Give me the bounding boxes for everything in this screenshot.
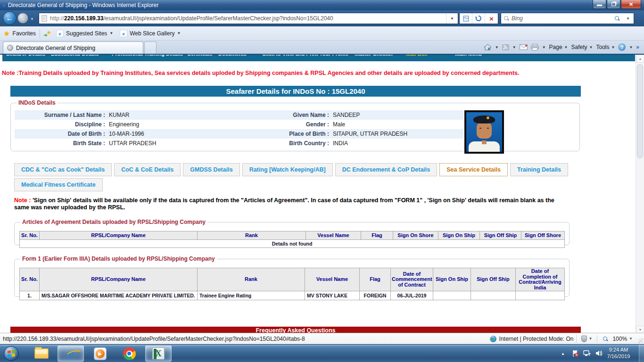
search-go-icon[interactable] [615,16,619,21]
tab-favicon [7,45,13,51]
ie-page-icon: e [56,30,64,37]
rss-feed-icon[interactable] [502,44,509,50]
nav-item-mailbox[interactable]: Mail Box [406,55,427,57]
web-slice-gallery-button[interactable]: e Web Slice Gallery▼ [120,30,181,37]
refresh-button[interactable] [472,13,485,24]
cell-rank: Trainee Engine Rating [198,291,305,300]
restore-button[interactable] [607,0,620,9]
field-value: INDIA [329,140,463,147]
folder-icon [34,348,49,359]
help-dropdown-icon[interactable]: ▼ [629,45,633,49]
search-input[interactable]: Bing ▼ [501,13,634,24]
tab-gmdss[interactable]: GMDSS Details [183,163,239,176]
favorites-button[interactable]: Favorites [13,30,36,37]
home-icon[interactable] [484,44,492,51]
show-desktop-button[interactable] [639,345,644,362]
zoom-control[interactable]: 100% ▼ [600,336,633,342]
add-favorite-icon[interactable]: ★➜ [44,30,51,37]
empty-message: Details not found [20,240,565,248]
cell-completion [516,291,565,300]
url-path: /esamudraUI/jsp/examination/UpdateProfil… [103,15,333,22]
status-bar: http://220.156.189.33/esamudraUI/jsp/exa… [0,333,644,344]
close-button[interactable]: ✕ [621,0,641,9]
indos-row: Surname / Last Name : KUMAR Given Name :… [15,110,463,120]
help-icon[interactable]: ? [618,43,626,51]
detail-tabs-row1: CDC & "CoC as Cook" Details CoC & CoE De… [14,163,568,176]
zone-text: Internet | Protected Mode: On [499,336,574,342]
page-menu-button[interactable]: Page▼ [549,44,568,50]
tab-coc-coe[interactable]: CoC & CoE Details [114,163,181,176]
nav-item[interactable]: Certificate [187,55,213,57]
smartscreen-button[interactable]: ▼ [581,336,592,342]
address-bar: ← → ▼ http://220.156.189.33/esamudraUI/j… [0,10,644,26]
nav-item[interactable]: Professional Training Details [112,55,183,57]
address-input[interactable]: http://220.156.189.33/esamudraUI/jsp/exa… [39,13,458,24]
network-icon[interactable] [583,350,591,357]
zoom-icon [603,337,608,341]
show-hidden-icons[interactable]: ▲ [561,352,565,356]
page-title: Seafarer Details for INDoS No : 15GL2040 [10,86,581,97]
search-dropdown-icon[interactable]: ▼ [626,16,630,21]
field-label: Surname / Last Name : [15,112,105,118]
tab-title: Directorate General of Shipping [16,45,95,51]
zoom-dropdown-icon[interactable]: ▼ [629,337,633,341]
field-value: Engineering [105,121,239,128]
browser-tab[interactable]: Directorate General of Shipping [3,41,143,54]
column-header: Sign Off Ship [480,231,521,240]
safety-menu-button[interactable]: Safety▼ [571,44,593,50]
nav-item[interactable]: Seafarer Details [6,55,45,57]
tab-rating[interactable]: Rating [Watch Keeping/AB] [242,163,333,176]
taskbar-chrome-button[interactable] [116,346,142,362]
nav-item[interactable]: Master Checker [355,55,393,57]
overflow-chevron-icon[interactable]: » [636,44,639,50]
table-row: 1. M/S.SAGAR OFFSHORE MARITIME ACADEMY P… [20,291,565,300]
tab-sea-service-active[interactable]: Sea Service Details [439,163,508,176]
window-title: Directorate General of Shipping - Window… [8,2,158,8]
history-dropdown-icon[interactable]: ▼ [30,17,34,21]
taskbar-explorer-button[interactable] [28,346,55,362]
address-dropdown-icon[interactable]: ▼ [446,13,458,24]
compatibility-view-button[interactable] [460,13,472,24]
field-label: Place of Birth : [239,131,329,137]
resize-grip [638,338,643,343]
nav-item[interactable]: Main Menu [455,55,482,57]
minimize-button[interactable]: ▬ [593,0,606,9]
tab-training[interactable]: Training Details [510,163,568,176]
articles-of-agreement-panel: Articles of Agreement Details uploaded b… [14,219,570,245]
nav-item[interactable]: Educational Details [51,55,99,57]
refresh-icon [475,15,482,22]
taskbar-clock[interactable]: 9:24 AM 7/16/2019 [601,346,636,360]
mail-icon[interactable] [520,44,528,50]
cell-sign-on-ship [433,291,471,300]
search-placeholder: Bing [512,15,523,22]
page-icon [41,15,47,22]
action-center-flag-icon[interactable] [571,350,579,357]
taskbar-excel-button[interactable]: X [145,346,172,362]
chrome-icon [123,347,136,360]
vertical-scrollbar[interactable]: ▲ ▼ [636,55,644,334]
taskbar-media-player-button[interactable]: ▶ [87,346,113,362]
print-dropdown-icon[interactable]: ▼ [542,45,546,49]
nav-item[interactable]: Click to View and Print Your Profile [262,55,348,57]
cell-vessel: MV STONY LAKE [305,291,360,300]
tab-dc-endorsement[interactable]: DC Endorsement & CoP Details [335,163,438,176]
tab-cdc-coc-cook[interactable]: CDC & "CoC as Cook" Details [14,163,112,176]
home-dropdown-icon[interactable]: ▼ [495,45,499,49]
column-header: Sign On Ship [438,231,480,240]
back-button[interactable]: ← [3,11,17,25]
suggested-sites-button[interactable]: e Suggested Sites▼ [56,30,113,37]
windows-logo-icon [8,350,15,357]
new-tab-stub[interactable] [144,41,157,54]
internet-explorer-icon: e [68,347,74,360]
feed-dropdown-icon[interactable]: ▼ [512,45,516,49]
scrollbar-thumb[interactable] [637,64,643,158]
scroll-up-icon[interactable]: ▲ [636,55,644,63]
start-button[interactable] [4,346,19,361]
tab-medical-fitness[interactable]: Medical Fitness Certificate [14,178,103,191]
nav-item[interactable]: Documents [218,55,247,57]
print-icon[interactable] [531,44,539,50]
forward-button[interactable]: → [17,13,28,24]
tools-menu-button[interactable]: Tools▼ [596,44,615,50]
taskbar-ie-button[interactable]: e [58,346,84,362]
stop-button[interactable]: × [485,13,498,24]
